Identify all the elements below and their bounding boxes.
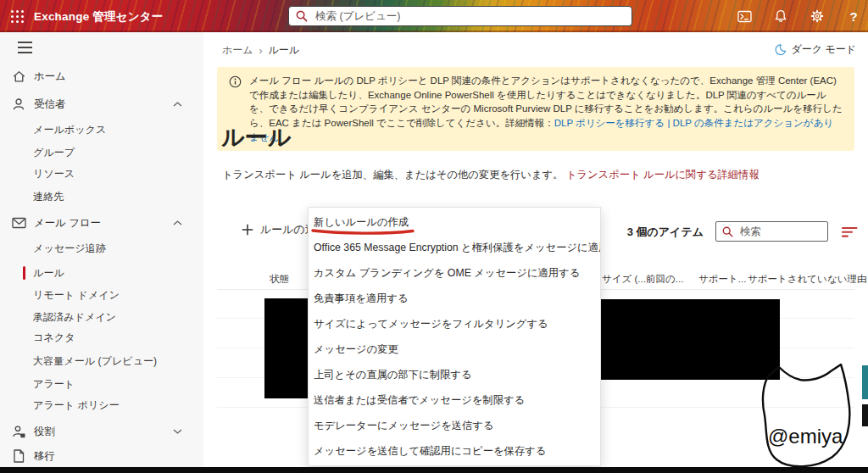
nav-collapse-hamburger-icon[interactable]	[18, 42, 33, 53]
sidebar-item-label: メール フロー	[34, 216, 101, 231]
home-icon	[11, 69, 26, 84]
menu-item-label: モデレーターにメッセージを送信する	[314, 420, 494, 431]
column-header-status[interactable]: 状態	[270, 273, 289, 286]
sidebar-item-label: 受信者	[34, 97, 65, 112]
column-header-supported[interactable]: サポート...	[698, 273, 746, 286]
breadcrumb-chevron-icon: ›	[259, 45, 263, 57]
sidebar-item-label: 承認済みドメイン	[33, 310, 116, 325]
sidebar-item-migration[interactable]: 移行	[0, 445, 203, 467]
menu-item-label: サイズによってメッセージをフィルタリングする	[314, 318, 548, 330]
document-icon	[11, 448, 26, 464]
help-icon[interactable]: ?	[846, 8, 861, 24]
app-title: Exchange 管理センター	[34, 9, 163, 25]
column-header-size[interactable]: サイズ (...	[602, 273, 646, 286]
menu-item-restrict-sender-recipient[interactable]: 送信者または受信者でメッセージを制限する	[309, 387, 600, 413]
left-navigation: ホーム 受信者 メールボックス グループ リソース 連絡先 メール フロー メッ…	[0, 32, 203, 467]
page-title: ルール	[221, 122, 291, 153]
menu-item-modify-message[interactable]: メッセージの変更	[309, 337, 600, 362]
sidebar-item-recipients[interactable]: 受信者	[0, 93, 203, 115]
menu-item-label: 新しいルールの作成	[314, 216, 409, 228]
breadcrumb: ホーム › ルール	[222, 43, 299, 58]
rules-search-box[interactable]	[715, 221, 828, 242]
chevron-down-icon[interactable]	[173, 429, 182, 434]
sidebar-item-high-volume-mail[interactable]: 大容量メール (プレビュー)	[0, 350, 203, 372]
transport-rules-info-link[interactable]: トランスポート ルールに関する詳細情報	[566, 169, 760, 181]
sidebar-item-mail-flow[interactable]: メール フロー	[0, 212, 203, 234]
global-search-box[interactable]	[288, 6, 632, 26]
sidebar-item-label: 移行	[34, 449, 55, 464]
breadcrumb-current: ルール	[269, 43, 300, 58]
app-top-bar: Exchange 管理センター	[0, 0, 868, 32]
waffle-grid-icon	[10, 9, 25, 24]
sidebar-item-label: リモート ドメイン	[33, 288, 120, 303]
menu-item-save-copy[interactable]: メッセージを送信して確認用にコピーを保存する	[309, 438, 600, 464]
sidebar-item-alerts[interactable]: アラート	[0, 373, 203, 395]
menu-item-create-new-rule[interactable]: 新しいルールの作成	[309, 209, 600, 235]
column-header-unsupported-reason[interactable]: サポートされていない理由	[748, 273, 866, 286]
menu-item-apply-ome[interactable]: Office 365 Message Encryption と権利保護をメッセー…	[309, 235, 600, 260]
sidebar-item-rules[interactable]: ルール	[0, 262, 203, 284]
menu-item-apply-disclaimer[interactable]: 免責事項を適用する	[309, 286, 600, 311]
page-description-text: トランスポート ルールを追加、編集、またはその他の変更を行います。	[222, 169, 563, 181]
moon-icon	[774, 43, 787, 56]
search-icon	[296, 10, 308, 22]
settings-gear-icon[interactable]	[810, 8, 825, 24]
sidebar-item-contacts[interactable]: 連絡先	[0, 186, 203, 208]
menu-item-label: 上司とその直属の部下に制限する	[314, 369, 471, 381]
sidebar-item-groups[interactable]: グループ	[0, 142, 203, 164]
sidebar-item-home[interactable]: ホーム	[0, 65, 203, 87]
notifications-bell-icon[interactable]	[773, 8, 788, 24]
sidebar-item-resources[interactable]: リソース	[0, 163, 203, 185]
sidebar-item-label: メッセージ追跡	[33, 242, 106, 256]
info-icon	[229, 75, 242, 88]
menu-item-filter-by-size[interactable]: サイズによってメッセージをフィルタリングする	[309, 311, 600, 337]
selected-indicator	[23, 266, 25, 280]
add-rule-dropdown-menu: 新しいルールの作成 Office 365 Message Encryption …	[308, 207, 601, 466]
sidebar-item-label: リソース	[33, 167, 75, 181]
global-search-input[interactable]	[314, 9, 625, 23]
dlp-warning-banner: メール フロー ルールの DLP ポリシーと DLP 関連の条件とアクションはサ…	[217, 67, 854, 151]
menu-item-label: 送信者または受信者でメッセージを制限する	[314, 394, 525, 406]
dark-mode-label: ダーク モード	[792, 42, 856, 57]
menu-item-label: メッセージの変更	[314, 343, 398, 355]
app-launcher-icon[interactable]	[8, 7, 26, 25]
sidebar-item-accepted-domains[interactable]: 承認済みドメイン	[0, 306, 203, 328]
menu-item-send-to-moderator[interactable]: モデレーターにメッセージを送信する	[309, 413, 600, 438]
red-annotation-underline	[311, 228, 416, 235]
sidebar-item-label: メールボックス	[33, 123, 106, 137]
sidebar-item-label: コネクタ	[33, 331, 75, 345]
sidebar-item-label: グループ	[33, 146, 75, 160]
filter-icon[interactable]	[842, 226, 858, 238]
sidebar-item-alert-policies[interactable]: アラート ポリシー	[0, 394, 203, 416]
cat-watermark: @emiya	[751, 363, 863, 470]
redaction-box-left	[264, 298, 308, 398]
redaction-bar-bottom	[0, 467, 868, 473]
right-edge-teal-strip	[862, 365, 868, 399]
sidebar-item-message-trace[interactable]: メッセージ追跡	[0, 237, 203, 259]
sidebar-item-remote-domains[interactable]: リモート ドメイン	[0, 284, 203, 306]
sidebar-item-roles[interactable]: 役割	[0, 420, 203, 442]
sidebar-item-connectors[interactable]: コネクタ	[0, 326, 203, 348]
rules-search-input[interactable]	[738, 225, 818, 238]
chevron-up-icon[interactable]	[173, 220, 182, 225]
menu-item-restrict-manager[interactable]: 上司とその直属の部下に制限する	[309, 362, 600, 387]
migrate-dlp-policies-link[interactable]: DLP ポリシーを移行する	[554, 118, 665, 128]
dark-mode-toggle[interactable]: ダーク モード	[774, 42, 856, 57]
sidebar-item-label: アラート	[33, 377, 75, 392]
menu-item-label: メッセージを送信して確認用にコピーを保存する	[314, 445, 546, 457]
chevron-up-icon[interactable]	[173, 102, 182, 107]
sidebar-item-label: 連絡先	[33, 190, 64, 204]
menu-item-label: 免責事項を適用する	[314, 292, 409, 304]
items-count: 3 個のアイテム	[589, 225, 704, 240]
page-description: トランスポート ルールを追加、編集、またはその他の変更を行います。 トランスポー…	[222, 168, 760, 182]
sidebar-item-mailboxes[interactable]: メールボックス	[0, 119, 203, 141]
person-icon	[11, 97, 26, 112]
sidebar-item-label: 役割	[34, 425, 55, 439]
menu-item-custom-branding[interactable]: カスタム ブランディングを OME メッセージに適用する	[309, 260, 600, 286]
menu-item-label: Office 365 Message Encryption と権利保護をメッセー…	[314, 242, 600, 253]
sidebar-item-label: アラート ポリシー	[33, 398, 120, 413]
powershell-terminal-icon[interactable]	[737, 8, 752, 24]
column-header-last[interactable]: 前回の...	[646, 273, 683, 286]
breadcrumb-home-link[interactable]: ホーム	[222, 43, 253, 58]
watermark-text: @emiya	[768, 425, 843, 448]
